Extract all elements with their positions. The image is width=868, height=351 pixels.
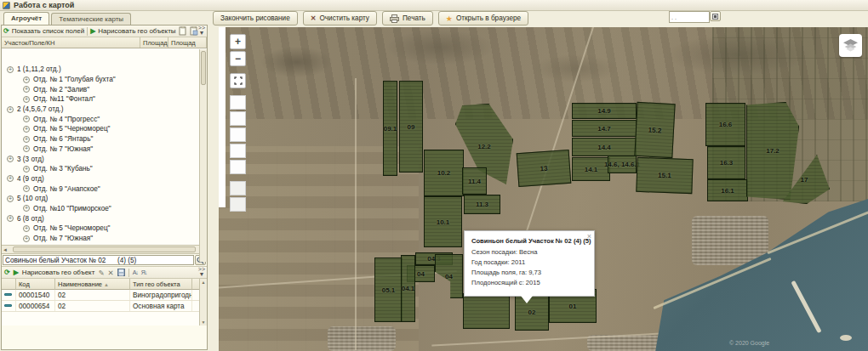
column-header-name[interactable]: Наименование ▲ (55, 279, 130, 290)
column-header-plot[interactable]: Участок/Поле/КН (2, 37, 140, 48)
open-in-browser-button[interactable]: ★ Открыть в браузере (438, 11, 528, 25)
tree-node[interactable]: +Отд. № 6 "Янтарь" (2, 134, 207, 144)
expand-node-icon[interactable]: + (23, 136, 30, 143)
map-field-11.3[interactable]: 11.3 (464, 195, 500, 214)
tree-vertical-scrollbar[interactable] (199, 49, 207, 262)
tree-node[interactable]: +4 (9 отд) (2, 174, 207, 184)
map-field-17.2[interactable]: 17.2 (746, 102, 799, 200)
column-header-area2[interactable]: Площад (168, 37, 207, 48)
map-field-10.1[interactable]: 10.1 (424, 196, 462, 247)
map-field-16.6[interactable]: 16.6 (705, 103, 745, 146)
table-row[interactable]: 0000065402Основная карта (2, 301, 207, 312)
tree-node[interactable]: +Отд. №11 "Фонтал" (2, 243, 207, 245)
scale-picker-button[interactable] (710, 11, 721, 21)
tab-agro[interactable]: Агроучёт (3, 12, 49, 25)
expand-node-icon[interactable]: + (7, 175, 14, 182)
tree-node[interactable]: +Отд. № 1 "Голубая бухта" (2, 75, 207, 85)
map-field-13[interactable]: 13 (517, 150, 572, 187)
tree-node[interactable]: +Отд. № 3 "Кубань" (2, 164, 207, 174)
scroll-up-arrow[interactable]: ▲ (202, 280, 206, 285)
map-field-09.1[interactable]: 09.1 (383, 81, 397, 176)
copy-icon[interactable] (179, 26, 187, 36)
show-fields-button[interactable]: Показать список полей (12, 27, 84, 35)
geo-filter-input[interactable] (3, 255, 194, 265)
tab-thematic-maps[interactable]: Тематические карты (51, 13, 131, 25)
expand-node-icon[interactable]: + (23, 126, 30, 133)
map-field-14.4[interactable]: 14.4 (572, 138, 637, 156)
scroll-down-arrow[interactable]: ▼ (202, 320, 206, 325)
tree-node[interactable]: +3 (3 отд) (2, 154, 207, 164)
save-disk-icon[interactable] (117, 269, 125, 276)
print-button[interactable]: Печать (382, 11, 433, 25)
expand-node-icon[interactable]: + (23, 86, 30, 93)
tool-button[interactable] (230, 160, 246, 174)
column-header-area1[interactable]: Площадь по... (140, 37, 168, 48)
map-field-15.2[interactable]: 15.2 (634, 102, 675, 158)
draw-geo-object-button[interactable]: Нарисовать гео объект (22, 269, 95, 276)
expand-node-icon[interactable]: + (23, 145, 30, 152)
scroll-thumb[interactable] (13, 246, 196, 252)
tree-node[interactable]: +6 (8 отд) (2, 213, 207, 224)
expand-node-icon[interactable]: + (23, 225, 30, 232)
tool-button[interactable] (230, 197, 246, 212)
tree-node[interactable]: +Отд. № 5 "Черноморец" (2, 224, 207, 234)
map-field-05.1[interactable]: 05.1 (374, 258, 403, 322)
tree-node[interactable]: +1 (1,11,2 отд.) (2, 65, 207, 75)
refresh-icon[interactable]: ⟳ (3, 27, 9, 35)
tree-node[interactable]: +Отд. №11 "Фонтал" (2, 94, 207, 105)
toolbar-overflow-button[interactable]: >>▼ (198, 25, 205, 36)
tree-node[interactable]: +Отд. № 9 "Анапское" (2, 184, 207, 194)
tool-button[interactable] (230, 111, 246, 126)
paste-icon[interactable] (190, 26, 198, 36)
map-field-16.1[interactable]: 16.1 (707, 179, 748, 201)
expand-node-icon[interactable]: + (7, 195, 14, 202)
tool-button[interactable] (230, 95, 246, 110)
expand-node-icon[interactable]: + (7, 106, 14, 113)
map-field-10.2[interactable]: 10.2 (424, 150, 464, 196)
satellite-map[interactable]: 09.10912.210.211.411.310.11314.914.714.4… (219, 27, 868, 351)
scale-input[interactable] (669, 11, 710, 23)
tree-node[interactable]: +5 (10 отд) (2, 194, 207, 204)
tree-node[interactable]: +Отд. № 4 "Прогресс" (2, 114, 207, 124)
scroll-left-arrow[interactable]: ◄ (3, 247, 8, 252)
finish-drawing-button[interactable]: Закончить рисование (213, 11, 298, 25)
map-field-11.4[interactable]: 11.4 (462, 167, 487, 195)
sort-ascending-icon[interactable]: А↓ (133, 269, 138, 275)
fit-extent-button[interactable] (230, 73, 246, 88)
table-row[interactable]: 0000154002Виноградопригодно... (2, 290, 207, 301)
expand-node-icon[interactable]: + (23, 185, 30, 192)
expand-node-icon[interactable]: + (7, 215, 14, 222)
zoom-in-button[interactable]: + (230, 34, 246, 49)
tree-node[interactable]: +Отд. № 2 "Залив" (2, 84, 207, 94)
map-field-14.9[interactable]: 14.9 (572, 103, 637, 119)
tree-node[interactable]: +Отд. №10 "Приморское" (2, 204, 207, 214)
toolbar-overflow-button[interactable]: >>▼ (198, 267, 205, 277)
column-header-type[interactable]: Тип гео объекта (130, 279, 192, 290)
tree-node[interactable]: +Отд. № 5 "Черноморец" (2, 124, 207, 134)
map-field-15.1[interactable]: 15.1 (636, 157, 693, 194)
sort-descending-icon[interactable]: Я↓ (141, 269, 147, 275)
map-field-14.6-14.6.1[interactable]: 14.6, 14.6.1 (608, 156, 637, 173)
tree-node[interactable]: +Отд. № 7 "Южная" (2, 234, 207, 244)
map-field-04.1[interactable]: 04.1 (401, 255, 415, 322)
delete-x-icon[interactable]: ✕ (108, 269, 114, 277)
refresh-icon[interactable]: ⟳ (4, 269, 10, 276)
layers-button[interactable] (839, 34, 862, 57)
zoom-out-button[interactable]: − (230, 51, 246, 66)
table-vertical-scrollbar[interactable]: ▲ ▼ (199, 279, 207, 326)
expand-node-icon[interactable]: + (23, 235, 30, 242)
expand-node-icon[interactable]: + (7, 156, 14, 162)
popup-close-icon[interactable]: × (587, 232, 591, 241)
map-field-16.3[interactable]: 16.3 (707, 146, 745, 179)
tree-horizontal-scrollbar[interactable]: ◄ ► (2, 245, 207, 254)
expand-node-icon[interactable]: + (23, 116, 30, 122)
map-field-14.7[interactable]: 14.7 (572, 120, 637, 137)
tool-button[interactable] (230, 127, 246, 142)
tree-node[interactable]: +Отд. № 7 "Южная" (2, 144, 207, 155)
expand-node-icon[interactable]: + (23, 76, 30, 83)
expand-node-icon[interactable]: + (23, 205, 30, 212)
tree-node[interactable]: +2 (4,5,6,7 отд.) (2, 105, 207, 115)
map-field-04[interactable]: 04 (435, 254, 463, 298)
expand-node-icon[interactable]: + (7, 66, 14, 73)
tool-button[interactable] (230, 181, 246, 195)
